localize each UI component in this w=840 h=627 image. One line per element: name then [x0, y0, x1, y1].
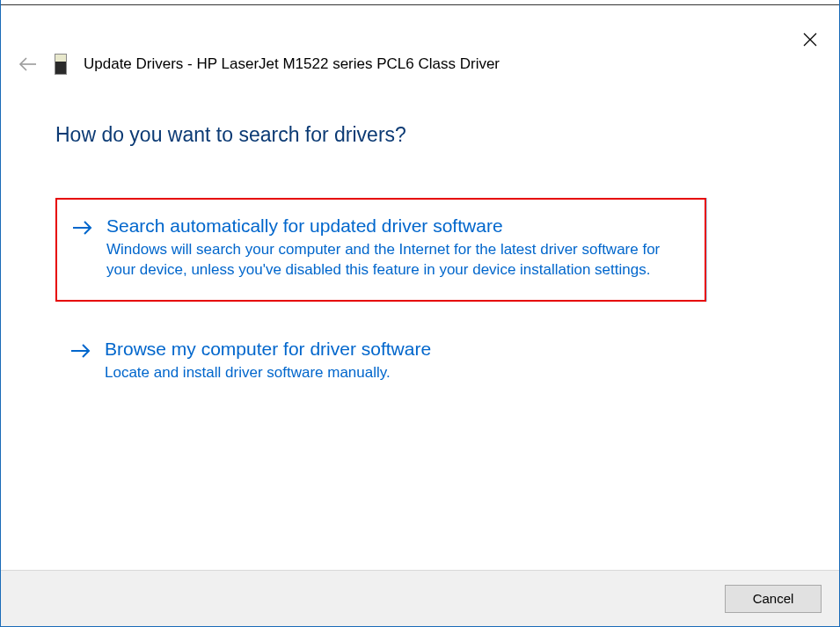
back-button[interactable] [18, 55, 38, 74]
dialog-title: Update Drivers - HP LaserJet M1522 serie… [84, 55, 500, 73]
option-browse-computer[interactable]: Browse my computer for driver software L… [55, 323, 706, 403]
prompt-heading: How do you want to search for drivers? [55, 123, 786, 147]
dialog-header: Update Drivers - HP LaserJet M1522 serie… [18, 55, 822, 74]
option-title: Search automatically for updated driver … [106, 215, 690, 237]
device-icon [55, 55, 66, 74]
option-search-automatically[interactable]: Search automatically for updated driver … [55, 198, 706, 302]
option-description: Locate and install driver software manua… [105, 363, 692, 383]
cancel-button[interactable]: Cancel [725, 585, 822, 613]
dialog-footer: Cancel [1, 570, 839, 626]
arrow-right-icon [69, 339, 92, 383]
window-top-strip [1, 0, 839, 5]
option-title: Browse my computer for driver software [105, 339, 692, 360]
close-button[interactable] [797, 26, 823, 53]
option-description: Windows will search your computer and th… [106, 240, 690, 281]
arrow-right-icon [71, 215, 94, 281]
close-icon [803, 33, 817, 47]
arrow-left-icon [18, 57, 38, 71]
